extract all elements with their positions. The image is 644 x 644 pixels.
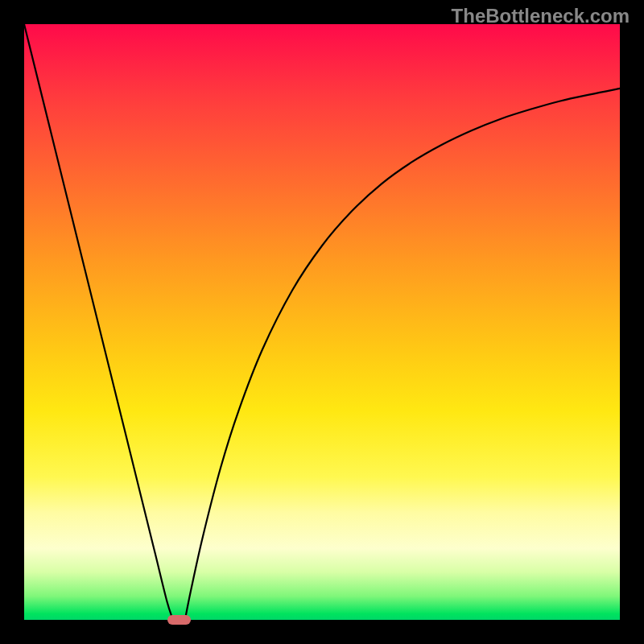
minimum-marker [167, 615, 192, 625]
chart-frame: TheBottleneck.com [0, 0, 644, 644]
curve-right-branch [185, 89, 620, 620]
curve-left-branch [24, 24, 173, 620]
plot-area [24, 24, 620, 620]
curve-layer [24, 24, 620, 620]
